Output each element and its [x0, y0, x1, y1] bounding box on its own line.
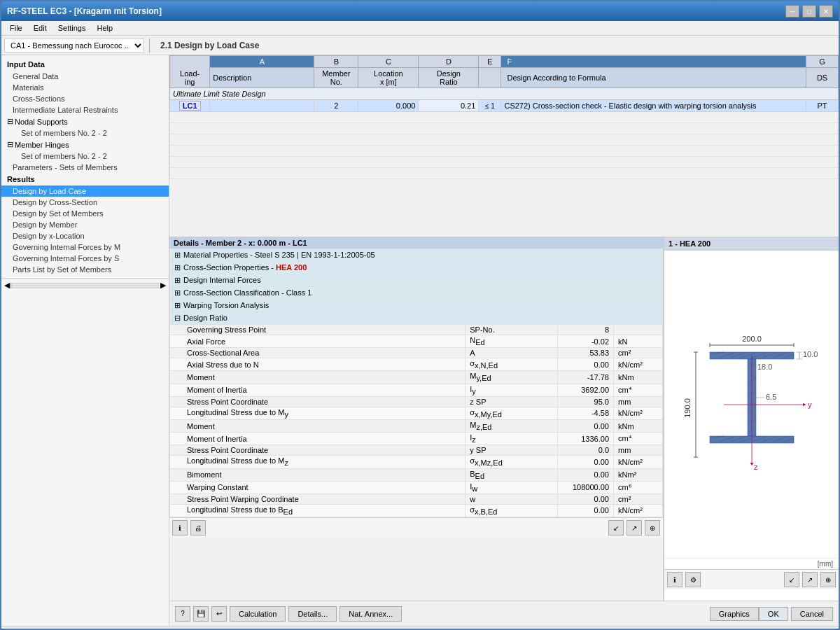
save-icon[interactable]: 💾 — [193, 606, 209, 622]
cs-zoom-icon[interactable]: ⊕ — [820, 572, 836, 587]
sidebar-group-nodal[interactable]: ⊟ Nodal Supports — [1, 115, 169, 127]
sidebar-scroll-track[interactable] — [11, 283, 159, 288]
detail-val-sp: 8 — [558, 325, 614, 335]
detail-label-iz: Moment of Inertia — [170, 433, 465, 445]
detail-label-sigma-n: Axial Stress due to N — [170, 358, 465, 371]
cs-info-icon[interactable]: ℹ — [667, 572, 682, 587]
graphics-button[interactable]: Graphics — [710, 607, 759, 621]
svg-text:6.5: 6.5 — [766, 393, 776, 401]
table-row-empty4[interactable] — [170, 146, 839, 157]
help-icon[interactable]: ? — [175, 606, 190, 622]
svg-text:200.0: 200.0 — [742, 335, 762, 343]
section-material[interactable]: ⊞Material Properties - Steel S 235 | EN … — [170, 249, 663, 262]
section-warping[interactable]: ⊞Warping Torsion Analysis — [170, 300, 663, 312]
detail-sym-iy: Iy — [465, 384, 558, 396]
sidebar-item-hinges-set[interactable]: Set of members No. 2 - 2 — [1, 150, 169, 162]
details-print-icon[interactable]: 🖨 — [190, 520, 206, 536]
section-design-ratio[interactable]: ⊟Design Ratio — [170, 312, 663, 325]
sidebar-item-parameters-sets[interactable]: Parameters - Sets of Members — [1, 162, 169, 173]
case-dropdown[interactable]: CA1 - Bemessung nach Eurococ ... — [4, 38, 144, 52]
details-button[interactable]: Details... — [288, 606, 337, 622]
ok-button[interactable]: OK — [759, 607, 788, 621]
detail-unit-zsp: mm — [614, 396, 663, 407]
svg-text:10.0: 10.0 — [803, 350, 818, 358]
cross-label: Cross-Section Properties - HEA 200 — [183, 263, 307, 272]
col-e-header: E — [479, 56, 501, 68]
calculation-button[interactable]: Calculation — [230, 606, 286, 622]
section-design-forces[interactable]: ⊞Design Internal Forces — [170, 274, 663, 287]
detail-row-bimoment: Bimoment BEd 0.00 kNm² — [170, 468, 663, 481]
section-cross[interactable]: ⊞Cross-Section Properties - HEA 200 — [170, 262, 663, 274]
sidebar-item-materials[interactable]: Materials — [1, 82, 169, 93]
details-nav-icon[interactable]: ↗ — [626, 520, 642, 536]
sidebar-item-general-data[interactable]: General Data — [1, 71, 169, 82]
sidebar-item-design-xloc[interactable]: Design by x-Location — [1, 230, 169, 241]
table-row-empty6[interactable] — [170, 168, 839, 179]
scroll-right-icon[interactable]: ▶ — [160, 281, 166, 290]
sidebar-item-design-load-case[interactable]: Design by Load Case — [1, 186, 169, 197]
col-ratio-header: DesignRatio — [419, 68, 479, 88]
detail-row-iz: Moment of Inertia Iz 1336.00 cm⁴ — [170, 433, 663, 445]
cancel-button[interactable]: Cancel — [791, 607, 833, 621]
sidebar-item-design-set[interactable]: Design by Set of Members — [1, 208, 169, 219]
cs-settings-icon[interactable]: ⚙ — [685, 572, 701, 587]
cs-back-icon[interactable]: ↙ — [784, 572, 799, 587]
sidebar-scrollbar[interactable]: ◀ ▶ — [1, 278, 169, 292]
sidebar-item-cross-sections[interactable]: Cross-Sections — [1, 93, 169, 104]
minimize-button[interactable]: ─ — [785, 5, 799, 18]
undo-icon[interactable]: ↩ — [211, 606, 227, 622]
detail-val-sigma-mz: 0.00 — [558, 456, 614, 468]
cs-title: 1 - HEA 200 — [664, 237, 839, 251]
nat-annex-button[interactable]: Nat. Annex... — [340, 606, 402, 622]
cs-forward-icon[interactable]: ↗ — [802, 572, 818, 587]
detail-sym-my: My,Ed — [465, 371, 558, 384]
detail-val-iw: 108000.00 — [558, 481, 614, 493]
cs-unit-label: [mm] — [664, 558, 839, 569]
sidebar-item-governing-s[interactable]: Governing Internal Forces by S — [1, 253, 169, 264]
svg-text:190.0: 190.0 — [683, 398, 692, 418]
detail-sym-a: A — [465, 348, 558, 358]
sidebar-item-parts-list[interactable]: Parts List by Set of Members — [1, 264, 169, 275]
menu-file[interactable]: File — [4, 22, 28, 34]
details-zoom-icon[interactable]: ⊕ — [645, 520, 660, 536]
left-buttons: ? 💾 ↩ Calculation Details... Nat. Annex.… — [175, 606, 402, 622]
detail-sym-iz: Iz — [465, 433, 558, 445]
design-forces-label: Design Internal Forces — [183, 276, 261, 284]
details-export-icon[interactable]: ↙ — [608, 520, 624, 536]
scroll-left-icon[interactable]: ◀ — [4, 281, 10, 290]
detail-unit-sigma-my: kN/cm² — [614, 407, 663, 419]
sidebar-group-hinges[interactable]: ⊟ Member Hinges — [1, 139, 169, 150]
sidebar-item-governing-m[interactable]: Governing Internal Forces by M — [1, 241, 169, 253]
close-button[interactable]: ✕ — [819, 5, 833, 18]
sidebar-item-design-member[interactable]: Design by Member — [1, 219, 169, 230]
detail-label-sigma-my: Longitudinal Stress due to My — [170, 407, 465, 419]
details-info-icon[interactable]: ℹ — [172, 520, 188, 536]
detail-sym-bimoment: BEd — [465, 468, 558, 481]
section-classification[interactable]: ⊞Cross-Section Classification - Class 1 — [170, 287, 663, 300]
maximize-button[interactable]: □ — [802, 5, 816, 18]
detail-label-a: Cross-Sectional Area — [170, 348, 465, 358]
toolbar: CA1 - Bemessung nach Eurococ ... 2.1 Des… — [1, 36, 839, 55]
cell-formula: CS272) Cross-section check - Elastic des… — [501, 100, 806, 112]
material-expand-icon: ⊞ — [174, 251, 181, 259]
sidebar-item-nodal-set[interactable]: Set of members No. 2 - 2 — [1, 127, 169, 139]
window-controls: ─ □ ✕ — [785, 5, 833, 18]
table-row-empty2[interactable] — [170, 123, 839, 134]
table-row-empty5[interactable] — [170, 157, 839, 168]
table-container[interactable]: Load-ing A B C D E F G Description — [169, 55, 839, 237]
table-row-empty3[interactable] — [170, 134, 839, 146]
detail-label-my: Moment — [170, 371, 465, 384]
table-row-empty1[interactable] — [170, 112, 839, 123]
sidebar-item-intermediate-lateral[interactable]: Intermediate Lateral Restraints — [1, 104, 169, 115]
table-row[interactable]: LC1 2 0.000 0.21 ≤ 1 CS272) Cross-sectio… — [170, 100, 839, 112]
sidebar-item-design-cross[interactable]: Design by Cross-Section — [1, 197, 169, 208]
details-spacer — [209, 520, 606, 536]
menu-settings[interactable]: Settings — [52, 22, 92, 34]
ratio-label: Design Ratio — [183, 314, 227, 322]
right-buttons: OK Cancel — [759, 607, 833, 621]
cell-description — [210, 100, 314, 112]
detail-val-zsp: 95.0 — [558, 396, 614, 407]
menu-edit[interactable]: Edit — [28, 22, 52, 34]
detail-label-iw: Warping Constant — [170, 481, 465, 493]
menu-help[interactable]: Help — [91, 22, 118, 34]
